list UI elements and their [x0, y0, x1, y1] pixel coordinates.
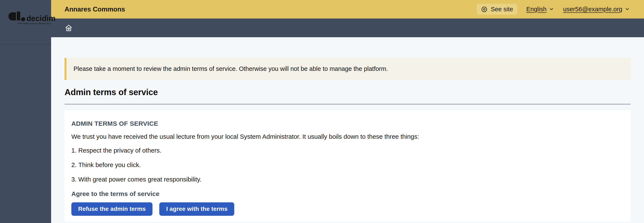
- eye-icon: [481, 6, 488, 13]
- main-content: Please take a moment to review the admin…: [51, 37, 644, 223]
- see-site-button[interactable]: See site: [476, 4, 517, 15]
- notice-text: Please take a moment to review the admin…: [74, 65, 388, 72]
- header-bar: Annares Commons See site English user56@…: [51, 0, 644, 18]
- terms-rules-list: Respect the privacy of others. Think bef…: [71, 147, 624, 183]
- user-email-label: user56@example.org: [563, 6, 622, 13]
- language-label: English: [526, 6, 546, 13]
- admin-tos-notice: Please take a moment to review the admin…: [64, 58, 630, 80]
- chevron-down-icon: [548, 6, 554, 13]
- organization-title: Annares Commons: [64, 5, 125, 13]
- terms-actions: Refuse the admin terms I agree with the …: [71, 202, 624, 216]
- terms-card: ADMIN TERMS OF SERVICE We trust you have…: [64, 110, 630, 222]
- list-item: With great power comes great responsibil…: [71, 176, 624, 183]
- header-actions: See site English user56@example.org: [476, 4, 630, 15]
- terms-intro-paragraph: We trust you have received the usual lec…: [71, 133, 624, 140]
- page-title: Admin terms of service: [64, 87, 630, 97]
- decidim-logo: decidim free open-source democracy: [0, 0, 51, 44]
- divider: [64, 104, 630, 104]
- user-menu-dropdown[interactable]: user56@example.org: [563, 6, 630, 13]
- home-button[interactable]: [65, 24, 72, 32]
- decidim-logo-icon: [8, 11, 26, 21]
- agree-terms-button[interactable]: I agree with the terms: [159, 202, 234, 216]
- list-item: Respect the privacy of others.: [71, 147, 624, 154]
- chevron-down-icon: [624, 6, 630, 13]
- sidebar: decidim free open-source democracy: [0, 0, 51, 223]
- agree-section-title: Agree to the terms of service: [71, 190, 624, 198]
- language-dropdown[interactable]: English: [526, 6, 554, 13]
- brand-name: decidim: [26, 14, 55, 22]
- refuse-terms-button[interactable]: Refuse the admin terms: [71, 202, 152, 216]
- admin-subnav: [51, 18, 644, 37]
- home-gear-icon: [65, 24, 72, 32]
- see-site-label: See site: [491, 6, 513, 13]
- terms-section-title: ADMIN TERMS OF SERVICE: [71, 120, 624, 127]
- list-item: Think before you click.: [71, 161, 624, 169]
